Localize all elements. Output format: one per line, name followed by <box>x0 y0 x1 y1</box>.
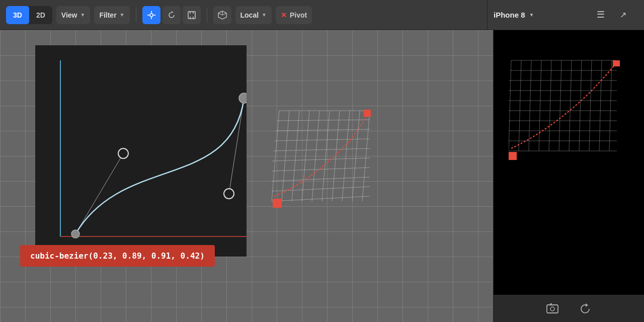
rotate-tool-button[interactable] <box>163 6 181 24</box>
main-area: cubic-bezier(0.23, 0.89, 0.91, 0.42) <box>0 30 644 322</box>
3d-viewport[interactable]: cubic-bezier(0.23, 0.89, 0.91, 0.42) <box>0 30 493 322</box>
svg-point-72 <box>550 307 554 311</box>
svg-line-40 <box>322 111 330 201</box>
device-label: iPhone 8 <box>494 11 525 19</box>
svg-point-22 <box>224 189 234 199</box>
svg-line-30 <box>272 158 370 161</box>
svg-line-29 <box>273 148 370 151</box>
svg-line-34 <box>272 196 370 201</box>
3d-mesh <box>272 101 372 216</box>
dimension-toggle: 3D 2D <box>6 6 52 24</box>
iphone-screen <box>494 30 644 295</box>
svg-line-26 <box>277 120 370 121</box>
svg-line-12 <box>218 13 222 15</box>
svg-point-23 <box>71 230 79 238</box>
svg-line-39 <box>312 111 319 201</box>
chevron-down-icon: ▼ <box>80 12 85 18</box>
local-dropdown[interactable]: Local ▼ <box>235 6 272 24</box>
3d-button[interactable]: 3D <box>6 6 29 24</box>
svg-line-27 <box>276 129 370 131</box>
svg-line-41 <box>332 111 340 201</box>
svg-line-44 <box>362 111 370 201</box>
main-toolbar: 3D 2D View ▼ Filter ▼ <box>0 0 644 30</box>
svg-rect-70 <box>613 60 620 66</box>
chevron-down-icon: ▼ <box>262 12 267 18</box>
cube-button[interactable] <box>213 6 231 24</box>
screenshot-button[interactable] <box>546 302 559 315</box>
filter-dropdown[interactable]: Filter ▼ <box>94 6 129 24</box>
svg-line-28 <box>274 139 370 141</box>
svg-rect-73 <box>550 303 552 305</box>
frame-tool-button[interactable] <box>183 6 201 24</box>
separator-2 <box>207 8 207 23</box>
device-selector-bar: iPhone 8 ▼ ☰ ↗ <box>487 0 638 30</box>
move-tool-button[interactable] <box>142 6 160 24</box>
external-link-button[interactable]: ↗ <box>614 6 632 24</box>
transform-tools <box>142 6 201 24</box>
bezier-panel[interactable] <box>35 45 247 257</box>
svg-line-36 <box>282 111 289 201</box>
svg-point-21 <box>118 148 128 158</box>
chevron-down-icon: ▼ <box>120 12 125 18</box>
svg-point-0 <box>150 14 153 17</box>
pivot-x-icon: ✕ <box>281 11 287 19</box>
chevron-down-icon[interactable]: ▼ <box>529 12 534 18</box>
2d-button[interactable]: 2D <box>29 6 52 24</box>
svg-line-33 <box>272 187 370 191</box>
svg-line-38 <box>302 111 309 201</box>
view-dropdown[interactable]: View ▼ <box>56 6 91 24</box>
pivot-button[interactable]: ✕ Pivot <box>276 6 312 24</box>
svg-line-13 <box>222 13 226 15</box>
svg-point-24 <box>239 93 247 103</box>
svg-line-35 <box>272 111 279 201</box>
iphone-preview-panel <box>493 30 644 322</box>
svg-line-32 <box>272 177 370 181</box>
bezier-formula-label: cubic-bezier(0.23, 0.89, 0.91, 0.42) <box>20 245 215 267</box>
svg-rect-69 <box>509 152 517 160</box>
back-button[interactable] <box>579 302 592 315</box>
separator <box>136 8 136 23</box>
svg-rect-71 <box>547 305 558 313</box>
svg-rect-5 <box>188 12 195 19</box>
svg-rect-45 <box>273 199 282 208</box>
svg-rect-46 <box>364 110 371 117</box>
menu-button[interactable]: ☰ <box>592 6 610 24</box>
iphone-bottom-bar <box>494 295 644 322</box>
bezier-canvas <box>35 45 247 257</box>
svg-line-37 <box>292 111 299 201</box>
svg-line-43 <box>352 111 360 201</box>
